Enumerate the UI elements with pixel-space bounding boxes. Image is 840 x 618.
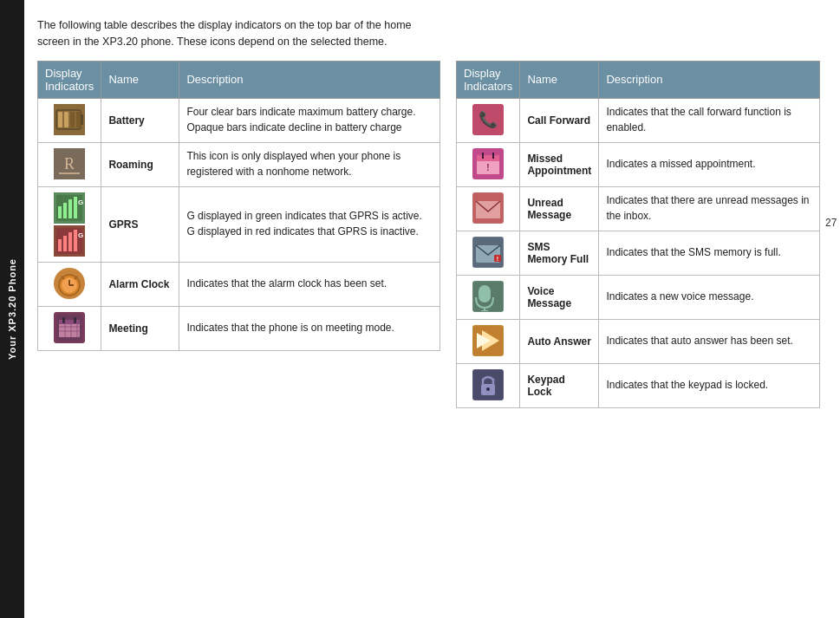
missed-apt-desc: Indicates a missed appointment. [599, 142, 820, 186]
right-header-name: Name [520, 61, 599, 98]
left-header-name: Name [101, 61, 179, 98]
sms-full-name: SMS Memory Full [520, 231, 599, 275]
svg-rect-11 [63, 203, 67, 218]
svg-rect-35 [62, 317, 65, 323]
svg-text:G: G [78, 231, 83, 239]
auto-answer-desc: Indicates that auto answer has been set. [599, 319, 820, 363]
call-forward-desc: Indicates that the call forward function… [599, 98, 820, 142]
meeting-desc: Indicates that the phone is on meeting m… [179, 306, 440, 350]
battery-icon [54, 104, 85, 135]
table-row: Unread Message Indicates that there are … [457, 186, 820, 231]
roaming-desc: This icon is only displayed when your ph… [179, 142, 440, 186]
gprs-active-icon: G [54, 192, 85, 224]
alarm-icon-cell [38, 262, 101, 306]
call-forward-icon-cell: 📞 [457, 98, 520, 142]
table-row: 📞 Call Forward Indicates that the call f… [457, 98, 820, 142]
main-content: The following table describes the displa… [24, 0, 840, 618]
svg-rect-41 [477, 155, 499, 161]
unread-msg-desc: Indicates that there are unread messages… [599, 186, 820, 231]
auto-answer-name: Auto Answer [520, 319, 599, 363]
sms-memory-full-icon: ! [472, 237, 504, 268]
voice-message-icon [472, 281, 504, 312]
table-row: Keypad Lock Indicates that the keypad is… [457, 363, 820, 407]
voice-msg-icon-cell [457, 275, 520, 319]
voice-msg-desc: Indicates a new voice message. [599, 275, 820, 319]
battery-name: Battery [101, 98, 179, 142]
roaming-icon: R [54, 148, 85, 179]
svg-rect-18 [68, 232, 72, 251]
sidebar-label: Your XP3.20 Phone [7, 258, 17, 360]
roaming-name: Roaming [101, 142, 179, 186]
svg-rect-17 [63, 236, 67, 251]
svg-rect-19 [74, 230, 77, 251]
right-header-desc: Description [599, 61, 820, 98]
unread-message-icon [472, 192, 504, 224]
table-row: Alarm Clock Indicates that the alarm clo… [38, 262, 440, 306]
left-header-desc: Description [179, 61, 440, 98]
svg-rect-13 [74, 197, 77, 218]
missed-apt-icon-cell: ! [457, 142, 520, 186]
table-row: G G [38, 186, 440, 262]
svg-rect-5 [76, 112, 81, 127]
gprs-icons: G G [45, 192, 94, 257]
meeting-name: Meeting [101, 306, 179, 350]
table-row: Voice Message Indicates a new voice mess… [457, 275, 820, 319]
intro-paragraph: The following table describes the displa… [37, 17, 436, 50]
auto-answer-icon-cell [457, 319, 520, 363]
sms-full-icon-cell: ! [457, 231, 520, 275]
right-section: Display Indicators Name Description 📞 [456, 61, 837, 408]
svg-text:G: G [78, 198, 83, 206]
battery-desc: Four clear bars indicate maximum battery… [179, 98, 440, 142]
table-row: Auto Answer Indicates that auto answer h… [457, 319, 820, 363]
keypad-lock-icon-cell [457, 363, 520, 407]
sms-full-desc: Indicates that the SMS memory is full. [599, 231, 820, 275]
keypad-lock-name: Keypad Lock [520, 363, 599, 407]
unread-msg-name: Unread Message [520, 186, 599, 231]
gprs-inactive-icon: G [54, 225, 85, 257]
svg-rect-36 [74, 317, 76, 323]
battery-icon-cell [38, 98, 101, 142]
alarm-clock-icon [54, 268, 85, 299]
gprs-icon-cell: G G [38, 186, 101, 262]
right-indicators-table: Display Indicators Name Description 📞 [456, 61, 820, 408]
missed-appointment-icon: ! [472, 148, 504, 179]
keypad-lock-desc: Indicates that the keypad is locked. [599, 363, 820, 407]
svg-text:!: ! [487, 163, 490, 172]
gprs-desc: G displayed in green indicates that GPRS… [179, 186, 440, 262]
svg-rect-52 [479, 285, 491, 302]
gprs-name: GPRS [101, 186, 179, 262]
voice-msg-name: Voice Message [520, 275, 599, 319]
svg-rect-10 [58, 206, 62, 218]
left-header-display: Display Indicators [38, 61, 101, 98]
table-row: R Roaming This icon is only displayed wh… [38, 142, 440, 186]
svg-rect-1 [81, 114, 83, 125]
svg-text:!: ! [497, 256, 498, 262]
svg-text:📞: 📞 [479, 110, 498, 129]
svg-text:R: R [64, 155, 75, 172]
sidebar: Your XP3.20 Phone [0, 0, 24, 618]
left-indicators-table: Display Indicators Name Description [37, 61, 440, 351]
table-row: ! SMS Memory Full Indicates that the SMS… [457, 231, 820, 275]
call-forward-name: Call Forward [520, 98, 599, 142]
svg-rect-2 [58, 112, 62, 127]
svg-rect-16 [58, 239, 62, 251]
svg-rect-3 [64, 112, 68, 127]
alarm-name: Alarm Clock [101, 262, 179, 306]
table-row: Battery Four clear bars indicate maximum… [38, 98, 440, 142]
auto-answer-icon [472, 325, 504, 356]
svg-rect-12 [68, 199, 72, 218]
tables-container: Display Indicators Name Description [37, 61, 837, 408]
unread-msg-icon-cell [457, 186, 520, 231]
alarm-desc: Indicates that the alarm clock has been … [179, 262, 440, 306]
svg-rect-29 [59, 320, 80, 324]
keypad-lock-icon [472, 369, 504, 400]
page-number: 27 [825, 217, 837, 229]
call-forward-icon: 📞 [472, 104, 504, 135]
svg-point-60 [486, 387, 490, 391]
roaming-icon-cell: R [38, 142, 101, 186]
missed-apt-name: Missed Appointment [520, 142, 599, 186]
meeting-icon-cell [38, 306, 101, 350]
right-header-display: Display Indicators [457, 61, 520, 98]
svg-rect-4 [70, 112, 75, 127]
table-row: Meeting Indicates that the phone is on m… [38, 306, 440, 350]
